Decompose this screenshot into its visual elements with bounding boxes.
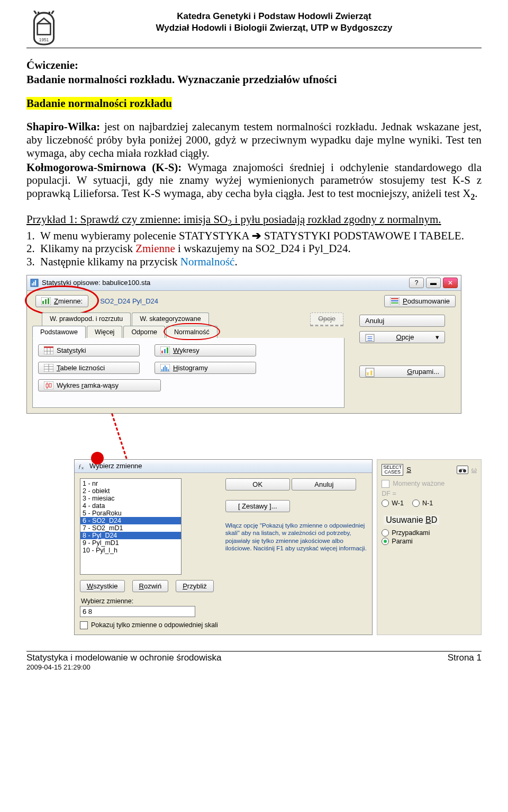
list-item[interactable]: 2 - obiekt	[80, 487, 181, 495]
grupami-button[interactable]: Grupami...	[359, 365, 445, 378]
zmienne-button[interactable]: Zmienne:	[35, 295, 88, 307]
options-icon	[365, 333, 375, 341]
window-icon: ƒx	[78, 462, 86, 470]
statystyki-opisowe-window: Statystyki opisowe: babulice100.sta ? ▬ …	[26, 275, 461, 414]
pokazuj-checkbox[interactable]: Pokazuj tylko zmienne o odpowiedniej ska…	[80, 621, 218, 629]
charts-icon	[160, 346, 170, 354]
close-button[interactable]: ✕	[443, 278, 458, 288]
annotation-connector	[85, 414, 482, 459]
svg-point-44	[459, 469, 462, 472]
list-item-selected[interactable]: 8 - Pyl_D24	[80, 532, 181, 539]
shapiro-lead: Shapiro-Wilka:	[26, 120, 100, 133]
hint-text: Włącz opcję "Pokazuj tylko zmienne o odp…	[225, 522, 367, 552]
statystyki-button[interactable]: Statystyki	[38, 344, 140, 356]
anuluj-button[interactable]: Anuluj	[292, 478, 356, 490]
svg-text:x: x	[81, 466, 84, 470]
tab-normalnosc[interactable]: Normalność	[166, 326, 217, 338]
boxplot-icon	[44, 381, 53, 389]
tab-opcje-strike[interactable]: Opcje	[310, 313, 343, 326]
svg-rect-11	[391, 298, 398, 299]
wykresy-button[interactable]: Wykresy	[155, 344, 256, 356]
weight-icon[interactable]	[457, 466, 468, 474]
list-item-selected[interactable]: 6 - SO2_D24	[80, 517, 181, 524]
svg-rect-22	[167, 347, 168, 353]
header-line1: Katedra Genetyki i Podstaw Hodowli Zwier…	[67, 11, 482, 22]
window-icon	[30, 279, 39, 287]
svg-text:1951: 1951	[39, 38, 49, 42]
tabele-licznosci-button[interactable]: Tabele liczności	[38, 362, 140, 374]
w-hotkey: ω	[471, 466, 477, 474]
svg-rect-29	[163, 367, 164, 371]
normalnosc-keyword: Normalność	[180, 255, 235, 268]
wykres-ramka-wasy-button[interactable]: Wykres ramka-wąsy	[38, 379, 161, 391]
header-line2: Wydział Hodowli i Biologii Zwierząt, UTP…	[67, 22, 482, 34]
footer-left: Statystyka i modelowanie w ochronie środ…	[26, 653, 222, 663]
by-groups-icon	[365, 368, 375, 376]
zestawy-button[interactable]: [ Zestawy ]...	[225, 500, 290, 512]
wybierz-zmienne-window: ƒx Wybierz zmienne 1 - nr 2 - obiekt 3 -…	[74, 459, 373, 635]
tab-podstawowe[interactable]: Podstawowe	[32, 326, 86, 338]
tab-wiecej[interactable]: Więcej	[87, 326, 123, 338]
radio-w1: W-1	[392, 499, 404, 507]
freq-table-icon	[44, 364, 53, 372]
select-cases-icon[interactable]: SELECTCASES	[382, 464, 403, 476]
ks-lead: Kołmogorowa-Smirnowa (K-S):	[26, 161, 182, 174]
df-label: DF =	[382, 490, 477, 497]
wybierz-zmienne-label: Wybierz zmienne:	[81, 597, 218, 605]
anuluj-button[interactable]: Anuluj	[359, 315, 445, 327]
list-item[interactable]: 9 - Pyl_mD1	[80, 539, 181, 547]
svg-rect-20	[161, 351, 163, 353]
section-heading: Badanie normalności rozkładu	[26, 97, 172, 110]
list-item[interactable]: 3 - miesiac	[80, 495, 181, 502]
svg-rect-30	[165, 365, 166, 371]
svg-rect-3	[32, 283, 33, 285]
exercise-title: Badanie normalności rozkładu. Wyznaczani…	[26, 73, 482, 86]
tab-skateg[interactable]: W. skategoryzowane	[132, 313, 208, 326]
step-1: W menu wybieramy polecenie STATYSTYKA ➔ …	[26, 229, 482, 243]
wybierz-zmienne-input[interactable]: 6 8	[80, 606, 195, 617]
radio-parami[interactable]: Parami	[382, 538, 477, 545]
tab-prawdopod[interactable]: W. prawdopod. i rozrzutu	[42, 313, 131, 326]
stats-table-icon	[44, 346, 53, 354]
svg-rect-7	[42, 301, 44, 304]
list-item[interactable]: 7 - SO2_mD1	[80, 524, 181, 532]
list-item[interactable]: 4 - data	[80, 502, 181, 510]
zmienne-keyword: Zmienne	[135, 242, 175, 255]
radio-przypadkami[interactable]: Przypadkami	[382, 529, 477, 537]
window-title: Statystyki opisowe: babulice100.sta	[42, 279, 409, 287]
list-item[interactable]: 1 - nr	[80, 480, 181, 487]
list-item[interactable]: 5 - PoraRoku	[80, 510, 181, 517]
help-button[interactable]: ?	[409, 278, 424, 288]
svg-rect-0	[38, 24, 51, 35]
step-3: Następnie klikamy na przycisk Normalność…	[26, 255, 482, 269]
wszystkie-button[interactable]: Wszystkie	[80, 580, 125, 592]
arrow-icon: ➔	[252, 229, 261, 242]
list-item[interactable]: 10 - Pyl_l_h	[80, 547, 181, 554]
svg-rect-28	[161, 369, 162, 371]
ok-button[interactable]: OK	[225, 478, 290, 490]
window-title: Wybierz zmienne	[89, 462, 369, 470]
exercise-label: Ćwiczenie:	[26, 59, 78, 72]
histogram-icon	[160, 364, 170, 372]
tab-odporne[interactable]: Odporne	[123, 326, 165, 338]
svg-rect-40	[367, 372, 368, 376]
svg-rect-9	[48, 298, 49, 304]
opcje-button[interactable]: Opcje ▾	[359, 331, 445, 343]
footer-page: Strona 1	[448, 653, 482, 671]
annotation-dot	[91, 452, 104, 465]
example-heading: Przykład 1: Sprawdź czy zmienne: imisja …	[26, 213, 482, 228]
svg-rect-13	[391, 302, 398, 304]
rollup-button[interactable]: ▬	[426, 278, 441, 288]
institution-logo: 1951	[26, 11, 61, 46]
podsumowanie-button[interactable]: Podsumowanie	[384, 295, 456, 307]
variable-list[interactable]: 1 - nr 2 - obiekt 3 - miesiac 4 - data 5…	[80, 478, 182, 575]
svg-rect-15	[44, 346, 53, 348]
pokazuj-label: Pokazuj tylko zmienne o odpowiedniej ska…	[91, 621, 218, 629]
variables-icon	[41, 297, 51, 305]
momenty-checkbox: Momenty ważone	[382, 480, 477, 488]
przybliz-button[interactable]: Przybliż	[176, 580, 214, 592]
s-hotkey[interactable]: S	[406, 466, 411, 474]
histogramy-button[interactable]: Histogramy	[155, 362, 256, 374]
dropdown-arrow-icon: ▾	[436, 333, 439, 341]
rozwin-button[interactable]: Rozwiń	[132, 580, 169, 592]
